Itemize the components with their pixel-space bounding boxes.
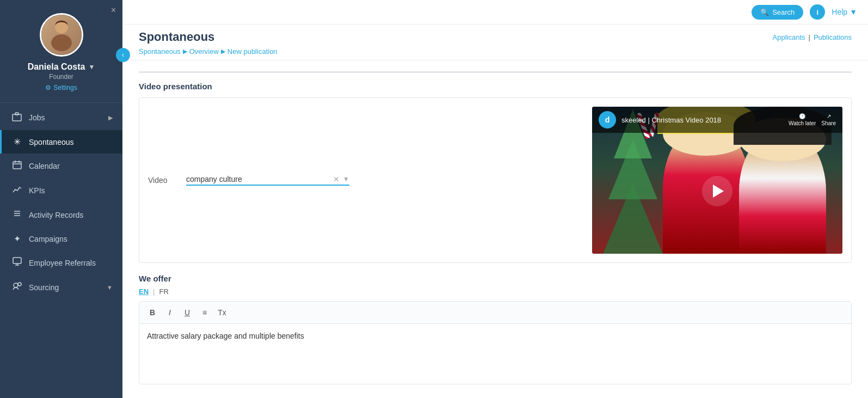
sidebar-item-kpis[interactable]: KPIs [0, 178, 122, 203]
top-divider [139, 71, 852, 73]
breadcrumb-arrow-2: ▶ [221, 48, 225, 55]
applicants-link[interactable]: Applicants [773, 33, 805, 41]
play-button[interactable] [702, 176, 732, 206]
avatar-image [41, 15, 82, 55]
editor-toolbar: B I U ≡ Tx [139, 302, 851, 324]
video-section: Video ✕ ▼ [139, 97, 852, 263]
user-name[interactable]: Daniela Costa ▼ [28, 62, 95, 72]
svg-point-1 [51, 34, 72, 51]
sidebar-item-activity-records[interactable]: Activity Records [0, 203, 122, 227]
sidebar-collapse-button[interactable]: ‹ [116, 48, 130, 62]
kpis-icon [11, 185, 22, 196]
language-tabs: EN | FR [139, 287, 852, 296]
avatar [40, 13, 83, 57]
lang-separator: | [153, 287, 155, 296]
video-overlay-header: d skeeled | Christmas Video 2018 🕐 Watch… [592, 107, 842, 133]
sidebar: × Daniela Costa ▼ Founder ⚙ Settings [0, 0, 122, 398]
svg-rect-3 [13, 114, 21, 121]
page-title: Spontaneous [139, 30, 214, 44]
breadcrumb-overview[interactable]: Overview [189, 47, 219, 56]
video-title: skeeled | Christmas Video 2018 [621, 116, 783, 124]
campaigns-icon: ✦ [11, 234, 22, 244]
italic-button[interactable]: I [162, 305, 177, 320]
user-dropdown-icon: ▼ [88, 63, 95, 71]
video-label: Video [148, 176, 175, 185]
svg-point-16 [18, 283, 21, 286]
sidebar-item-calendar[interactable]: Calendar [0, 154, 122, 178]
sidebar-item-employee-referrals[interactable]: Employee Referrals [0, 250, 122, 275]
main-content: 🔍 Search i Help ▼ Spontaneous Applicants… [122, 0, 868, 398]
topbar: 🔍 Search i Help ▼ [122, 0, 868, 25]
list-button[interactable]: ≡ [197, 305, 212, 320]
share-icon: ↗ [827, 113, 831, 119]
sidebar-item-sourcing[interactable]: Sourcing ▼ [0, 275, 122, 299]
search-icon: 🔍 [760, 8, 769, 16]
sourcing-icon [11, 281, 22, 293]
sidebar-item-campaigns[interactable]: ✦ Campaigns [0, 227, 122, 250]
user-role: Founder [49, 73, 73, 81]
sidebar-nav: Jobs ▶ ✳ Spontaneous Calendar KPIs Activ… [0, 105, 122, 398]
offer-title: We offer [139, 274, 852, 283]
content-area: Video presentation Video ✕ ▼ [122, 60, 868, 398]
page-header: Spontaneous Applicants | Publications Sp… [122, 25, 868, 60]
channel-logo: d [599, 111, 616, 128]
calendar-icon [11, 160, 22, 172]
gear-icon: ⚙ [45, 84, 51, 91]
breadcrumb-arrow-1: ▶ [183, 48, 187, 55]
help-button[interactable]: Help ▼ [832, 8, 857, 16]
video-thumbnail: d skeeled | Christmas Video 2018 🕐 Watch… [592, 107, 842, 254]
collapse-icon: ‹ [122, 51, 124, 59]
breadcrumb-spontaneous[interactable]: Spontaneous [139, 47, 181, 56]
activity-records-icon [11, 209, 22, 221]
breadcrumb-new-publication[interactable]: New publication [227, 47, 278, 56]
lang-tab-fr[interactable]: FR [159, 287, 168, 296]
svg-rect-12 [13, 258, 21, 264]
offer-section: We offer EN | FR B I U ≡ Tx Attractive s… [139, 274, 852, 384]
help-caret-icon: ▼ [849, 8, 857, 16]
header-links: Applicants | Publications [773, 33, 852, 41]
svg-rect-4 [15, 113, 19, 115]
watch-later-button[interactable]: 🕐 Watch later [789, 113, 816, 126]
jobs-caret-icon: ▶ [108, 114, 113, 121]
settings-link[interactable]: ⚙ Settings [45, 84, 77, 91]
spontaneous-icon: ✳ [11, 137, 22, 147]
clock-icon: 🕐 [799, 113, 805, 119]
bold-button[interactable]: B [145, 305, 160, 320]
publications-link[interactable]: Publications [814, 33, 852, 41]
underline-button[interactable]: U [180, 305, 195, 320]
breadcrumb: Spontaneous ▶ Overview ▶ New publication [139, 44, 852, 60]
close-icon[interactable]: × [111, 5, 116, 15]
video-field: Video ✕ ▼ [148, 107, 842, 254]
lang-tab-en[interactable]: EN [139, 287, 149, 296]
rich-text-editor: B I U ≡ Tx Attractive salary package and… [139, 301, 852, 384]
sidebar-item-jobs[interactable]: Jobs ▶ [0, 105, 122, 130]
employee-referrals-icon [11, 257, 22, 268]
info-icon[interactable]: i [810, 4, 825, 20]
svg-point-15 [14, 283, 18, 287]
video-input-wrap: ✕ ▼ [186, 175, 349, 186]
editor-content[interactable]: Attractive salary package and multiple b… [139, 324, 851, 384]
clear-video-icon[interactable]: ✕ [333, 175, 340, 183]
search-button[interactable]: 🔍 Search [752, 5, 803, 20]
svg-rect-5 [13, 162, 21, 169]
share-button[interactable]: ↗ Share [821, 113, 836, 126]
sidebar-item-spontaneous[interactable]: ✳ Spontaneous [0, 130, 122, 154]
header-separator: | [809, 33, 810, 41]
video-dropdown-icon[interactable]: ▼ [343, 175, 349, 183]
sidebar-profile: Daniela Costa ▼ Founder ⚙ Settings [0, 0, 122, 100]
jobs-icon [11, 112, 22, 124]
clear-format-button[interactable]: Tx [214, 305, 230, 320]
video-section-title: Video presentation [139, 82, 852, 91]
profile-divider [0, 102, 122, 103]
video-input[interactable] [186, 175, 333, 183]
sourcing-caret-icon: ▼ [107, 284, 113, 291]
